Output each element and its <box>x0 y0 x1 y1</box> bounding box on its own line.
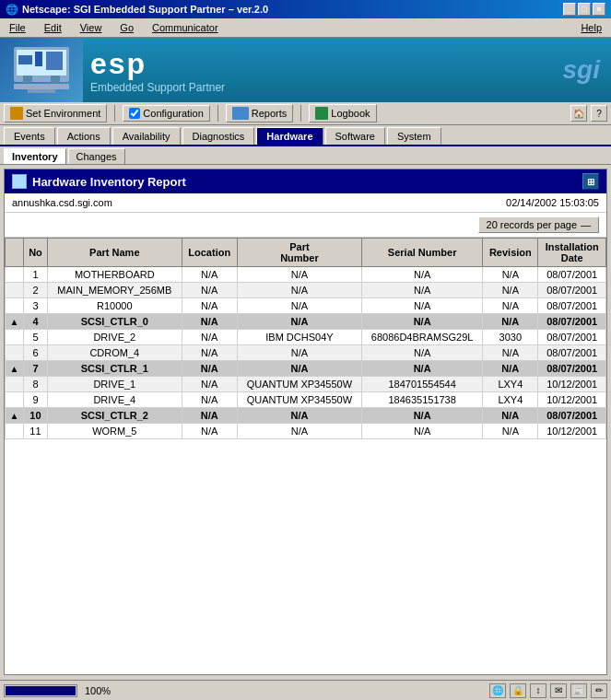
config-checkbox[interactable] <box>129 108 140 119</box>
svg-rect-4 <box>23 76 32 83</box>
tab-software[interactable]: Software <box>325 127 385 145</box>
cell-part-name: SCSI_CTLR_2 <box>47 408 182 424</box>
menu-go[interactable]: Go <box>114 20 139 35</box>
col-header-revision[interactable]: Revision <box>483 239 538 267</box>
cell-no: 6 <box>24 345 48 361</box>
cell-serial-number: 184701554544 <box>362 377 483 392</box>
tab-system[interactable]: System <box>387 127 441 145</box>
table-row: 8DRIVE_1N/AQUANTUM XP34550W184701554544L… <box>6 377 606 392</box>
logbook-button[interactable]: Logbook <box>309 104 376 122</box>
configuration-button[interactable]: Configuration <box>123 105 209 122</box>
cell-location: N/A <box>182 267 237 283</box>
records-control[interactable]: 20 records per page — <box>5 213 606 238</box>
cell-revision: N/A <box>483 361 538 377</box>
cell-part-number: N/A <box>237 345 361 361</box>
transfer-icon[interactable]: ↕ <box>530 683 546 698</box>
cell-install-date: 08/07/2001 <box>538 298 606 314</box>
cell-part-number: N/A <box>237 298 361 314</box>
news-icon[interactable]: 📰 <box>570 683 587 698</box>
cell-part-name: R10000 <box>47 298 182 314</box>
table-header-row: No Part Name Location PartNumber Serial … <box>6 239 606 267</box>
svg-rect-6 <box>18 55 32 64</box>
tab-actions[interactable]: Actions <box>57 127 111 145</box>
cell-location: N/A <box>182 424 237 439</box>
cell-install-date: 10/12/2001 <box>538 424 606 439</box>
reports-icon <box>232 107 249 120</box>
cell-serial-number: N/A <box>362 345 483 361</box>
progress-bar <box>6 686 76 695</box>
help-button[interactable]: ? <box>591 105 607 122</box>
cell-revision: LXY4 <box>483 392 538 408</box>
subtab-changes[interactable]: Changes <box>68 148 125 164</box>
cell-install-date: 08/07/2001 <box>538 283 606 298</box>
cell-install-date: 08/07/2001 <box>538 314 606 330</box>
svg-rect-2 <box>14 84 69 89</box>
tab-events[interactable]: Events <box>4 127 55 145</box>
esp-subtitle: Embedded Support Partner <box>90 81 556 94</box>
cell-part-number: N/A <box>237 314 361 330</box>
table-row: 2MAIN_MEMORY_256MBN/AN/AN/AN/A08/07/2001 <box>6 283 606 298</box>
col-header-part-number[interactable]: PartNumber <box>237 239 361 267</box>
col-header-location[interactable]: Location <box>182 239 237 267</box>
col-header-no[interactable]: No <box>24 239 48 267</box>
table-row: ▲7SCSI_CTLR_1N/AN/AN/AN/A08/07/2001 <box>6 361 606 377</box>
reports-label: Reports <box>252 108 288 119</box>
records-per-page-button[interactable]: 20 records per page — <box>478 216 599 233</box>
cell-revision: N/A <box>483 314 538 330</box>
menubar: File Edit View Go Communicator Help <box>0 18 611 38</box>
cell-part-name: MAIN_MEMORY_256MB <box>47 283 182 298</box>
col-header-install-date[interactable]: InstallationDate <box>538 239 606 267</box>
subtab-inventory[interactable]: Inventory <box>4 148 66 164</box>
tab-availability[interactable]: Availability <box>112 127 181 145</box>
menu-edit[interactable]: Edit <box>39 20 67 35</box>
cell-serial-number: N/A <box>362 424 483 439</box>
set-environment-button[interactable]: Set Environment <box>4 104 107 122</box>
cell-part-name: CDROM_4 <box>47 345 182 361</box>
cell-part-number: QUANTUM XP34550W <box>237 377 361 392</box>
menu-communicator[interactable]: Communicator <box>147 20 224 35</box>
col-header-part-name[interactable]: Part Name <box>47 239 182 267</box>
cell-revision: N/A <box>483 424 538 439</box>
col-header-sort[interactable] <box>6 239 24 267</box>
maximize-button[interactable]: □ <box>578 3 591 16</box>
expand-icon[interactable]: ▲ <box>6 314 24 330</box>
menu-help[interactable]: Help <box>575 20 607 35</box>
table-row: ▲10SCSI_CTLR_2N/AN/AN/AN/A08/07/2001 <box>6 408 606 424</box>
reports-button[interactable]: Reports <box>226 104 294 122</box>
menu-view[interactable]: View <box>75 20 108 35</box>
row-indent <box>6 377 24 392</box>
tab-hardware[interactable]: Hardware <box>256 127 323 145</box>
window-controls[interactable]: _ □ × <box>563 3 605 16</box>
row-indent <box>6 298 24 314</box>
expand-icon[interactable]: ▲ <box>6 408 24 424</box>
security-icon[interactable]: 🔒 <box>510 683 526 698</box>
esp-title: esp <box>90 47 556 81</box>
table-row: 9DRIVE_4N/AQUANTUM XP34550W184635151738L… <box>6 392 606 408</box>
cell-location: N/A <box>182 283 237 298</box>
cell-part-number: N/A <box>237 361 361 377</box>
row-indent <box>6 424 24 439</box>
mail-icon[interactable]: ✉ <box>550 683 567 698</box>
svg-rect-5 <box>51 76 60 83</box>
globe-icon[interactable]: 🌐 <box>489 683 506 698</box>
menu-file[interactable]: File <box>4 20 31 35</box>
close-button[interactable]: × <box>593 3 605 16</box>
nav-tabs: Events Actions Availability Diagnostics … <box>0 125 611 146</box>
cell-serial-number: N/A <box>362 361 483 377</box>
cell-location: N/A <box>182 408 237 424</box>
tab-diagnostics[interactable]: Diagnostics <box>182 127 255 145</box>
banner-image <box>0 38 83 102</box>
cell-part-number: QUANTUM XP34550W <box>237 392 361 408</box>
minimize-button[interactable]: _ <box>563 3 576 16</box>
table-container[interactable]: No Part Name Location PartNumber Serial … <box>5 238 606 439</box>
col-header-serial-number[interactable]: Serial Number <box>362 239 483 267</box>
task-icon[interactable]: ✏ <box>591 683 607 698</box>
cell-no: 3 <box>24 298 48 314</box>
report-options-button[interactable]: ⊞ <box>582 173 599 190</box>
records-per-page-label: 20 records per page <box>487 219 577 230</box>
expand-icon[interactable]: ▲ <box>6 361 24 377</box>
table-row: 5DRIVE_2N/AIBM DCHS04Y68086D4BRAMSG29L30… <box>6 330 606 345</box>
cell-revision: N/A <box>483 298 538 314</box>
home-button[interactable]: 🏠 <box>570 105 587 122</box>
cell-location: N/A <box>182 345 237 361</box>
